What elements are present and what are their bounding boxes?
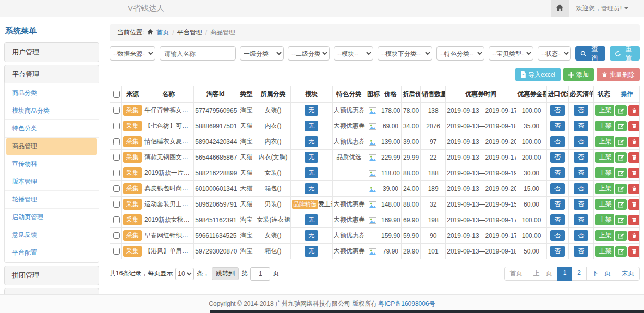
delete-button[interactable] — [628, 152, 640, 163]
delete-button[interactable] — [628, 215, 640, 225]
must-buy-toggle[interactable]: 否 — [574, 230, 588, 241]
import-select-toggle[interactable]: 否 — [550, 167, 565, 178]
edit-button[interactable] — [615, 152, 627, 163]
batch-delete-button[interactable]: 批量删除 — [597, 68, 640, 81]
query-button[interactable]: 查询 — [575, 46, 605, 61]
row-checkbox[interactable] — [113, 232, 120, 239]
pager-item[interactable]: 下一页 — [586, 267, 616, 281]
feature-category-select[interactable]: --特色分类-- — [436, 46, 484, 61]
must-buy-toggle[interactable]: 否 — [574, 246, 588, 257]
row-checkbox[interactable] — [113, 248, 120, 255]
jump-page-input[interactable] — [250, 267, 270, 281]
module-select[interactable]: --模块-- — [334, 46, 373, 61]
row-checkbox[interactable] — [113, 185, 120, 192]
status-button[interactable]: 上架 — [595, 199, 614, 210]
sidebar-group[interactable]: 平台管理 — [4, 65, 99, 85]
import-select-toggle[interactable]: 否 — [550, 121, 565, 131]
edit-button[interactable] — [615, 121, 627, 131]
pager-item[interactable]: 上一页 — [528, 267, 558, 281]
edit-button[interactable] — [615, 215, 627, 225]
delete-button[interactable] — [628, 246, 640, 257]
row-checkbox[interactable] — [113, 216, 120, 223]
select-all-checkbox[interactable] — [113, 91, 120, 98]
edit-button[interactable] — [615, 105, 627, 116]
must-buy-toggle[interactable]: 否 — [574, 121, 588, 131]
edit-button[interactable] — [615, 231, 627, 241]
data-source-select[interactable]: --数据来源-- — [110, 46, 155, 61]
edit-button[interactable] — [615, 246, 627, 257]
status-button[interactable]: 上架 — [595, 105, 614, 116]
must-buy-toggle[interactable]: 否 — [574, 183, 588, 194]
pager-item[interactable]: 2 — [572, 267, 587, 281]
jump-button[interactable]: 跳转到 — [212, 267, 239, 280]
must-buy-toggle[interactable]: 否 — [574, 167, 588, 178]
import-select-toggle[interactable]: 否 — [550, 183, 565, 194]
user-menu[interactable]: 欢迎您，管理员! — [569, 4, 644, 13]
must-buy-toggle[interactable]: 否 — [574, 152, 588, 163]
status-button[interactable]: 上架 — [595, 230, 614, 241]
sidebar-item[interactable]: 商品分类 — [5, 85, 99, 102]
sidebar-item[interactable]: 特色分类 — [5, 120, 99, 138]
import-select-toggle[interactable]: 否 — [550, 230, 565, 241]
icp-link[interactable]: 粤ICP备16098006号 — [378, 299, 435, 308]
pager-item[interactable]: 1 — [557, 267, 573, 281]
sidebar-item[interactable]: 平台配置 — [5, 244, 99, 261]
category-level1-select[interactable]: 一级分类 — [240, 46, 284, 61]
import-select-toggle[interactable]: 否 — [550, 152, 565, 163]
category-level2-select[interactable]: --二级分类-- — [288, 46, 330, 61]
product-name-input[interactable] — [160, 46, 236, 61]
row-checkbox[interactable] — [113, 154, 120, 161]
status-button[interactable]: 上架 — [595, 152, 614, 163]
pager-item[interactable]: 首页 — [504, 267, 528, 281]
must-buy-toggle[interactable]: 否 — [574, 105, 588, 116]
delete-button[interactable] — [628, 105, 640, 116]
row-checkbox[interactable] — [113, 123, 120, 129]
edit-button[interactable] — [615, 168, 627, 178]
status-button[interactable]: 上架 — [595, 214, 614, 225]
delete-button[interactable] — [628, 199, 640, 210]
reset-button[interactable]: 重置 — [610, 46, 640, 61]
import-select-toggle[interactable]: 否 — [550, 136, 565, 147]
sidebar-item[interactable]: 轮播管理 — [5, 191, 99, 209]
sidebar-item[interactable]: 意见反馈 — [5, 226, 99, 244]
breadcrumb-home-link[interactable]: 首页 — [156, 28, 169, 37]
row-checkbox[interactable] — [113, 138, 120, 145]
must-buy-toggle[interactable]: 否 — [574, 214, 588, 225]
sidebar-item[interactable]: 启动页管理 — [5, 209, 99, 226]
pager-item[interactable]: 末页 — [616, 267, 640, 281]
status-button[interactable]: 上架 — [595, 167, 614, 178]
add-button[interactable]: 添加 — [563, 68, 594, 81]
item-type-select[interactable]: --宝贝类型-- — [489, 46, 533, 61]
row-checkbox[interactable] — [113, 201, 120, 208]
status-button[interactable]: 上架 — [595, 121, 614, 131]
module-subcategory-select[interactable]: --模块下分类-- — [378, 46, 432, 61]
status-select[interactable]: --状态-- — [538, 46, 571, 61]
import-select-toggle[interactable]: 否 — [550, 199, 565, 210]
must-buy-toggle[interactable]: 否 — [574, 199, 588, 210]
home-button[interactable] — [551, 0, 569, 17]
sidebar-item[interactable]: 版本管理 — [5, 173, 99, 191]
delete-button[interactable] — [628, 231, 640, 241]
row-checkbox[interactable] — [113, 170, 120, 176]
edit-button[interactable] — [615, 199, 627, 210]
import-excel-button[interactable]: 导入excel — [515, 68, 561, 81]
status-button[interactable]: 上架 — [595, 183, 614, 194]
sidebar-group[interactable]: 省惠快报 — [4, 288, 99, 294]
import-select-toggle[interactable]: 否 — [550, 105, 565, 116]
delete-button[interactable] — [628, 184, 640, 194]
sidebar-group[interactable]: 用户管理 — [4, 42, 99, 62]
must-buy-toggle[interactable]: 否 — [574, 136, 588, 147]
delete-button[interactable] — [628, 137, 640, 147]
edit-button[interactable] — [615, 137, 627, 147]
sidebar-item[interactable]: 宣传物料 — [5, 155, 99, 173]
delete-button[interactable] — [628, 121, 640, 131]
import-select-toggle[interactable]: 否 — [550, 214, 565, 225]
status-button[interactable]: 上架 — [595, 136, 614, 147]
delete-button[interactable] — [628, 168, 640, 178]
status-button[interactable]: 上架 — [595, 246, 614, 257]
sidebar-group[interactable]: 拼团管理 — [4, 266, 99, 285]
sidebar-item[interactable]: 模块商品分类 — [5, 102, 99, 120]
import-select-toggle[interactable]: 否 — [550, 246, 565, 257]
row-checkbox[interactable] — [113, 107, 120, 114]
edit-button[interactable] — [615, 184, 627, 194]
